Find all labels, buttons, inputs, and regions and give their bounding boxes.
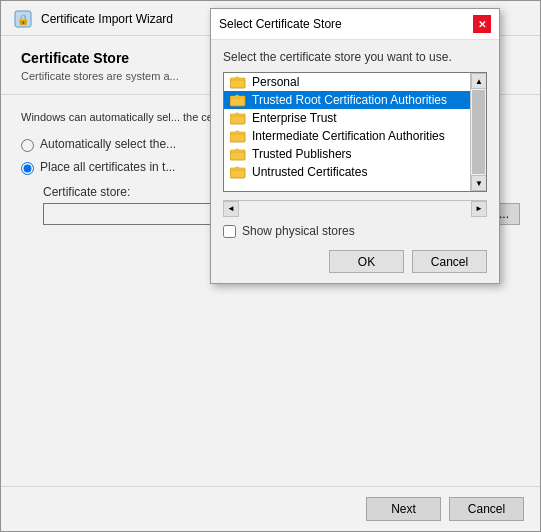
dialog-titlebar: Select Certificate Store ✕: [211, 9, 499, 40]
store-item-name: Trusted Publishers: [252, 147, 352, 161]
store-list-container: Personal Trusted Root Certification Auth…: [223, 72, 487, 192]
hscroll-right-button[interactable]: ►: [471, 201, 487, 217]
store-list-item[interactable]: Enterprise Trust: [224, 109, 470, 127]
svg-rect-2: [230, 79, 245, 88]
svg-rect-5: [230, 133, 245, 142]
svg-rect-6: [230, 151, 245, 160]
select-cert-store-dialog: Select Certificate Store ✕ Select the ce…: [210, 8, 500, 284]
dialog-body: Select the certificate store you want to…: [211, 40, 499, 283]
dialog-instruction: Select the certificate store you want to…: [223, 50, 487, 64]
store-list-item[interactable]: Untrusted Certificates: [224, 163, 470, 181]
svg-rect-3: [230, 97, 245, 106]
hscroll-track: [239, 201, 471, 216]
show-physical-label: Show physical stores: [242, 224, 355, 238]
svg-rect-4: [230, 115, 245, 124]
dialog-ok-button[interactable]: OK: [329, 250, 404, 273]
show-physical-checkbox[interactable]: [223, 225, 236, 238]
store-list: Personal Trusted Root Certification Auth…: [224, 73, 470, 191]
scrollbar-thumb[interactable]: [472, 90, 485, 174]
store-list-item[interactable]: Trusted Publishers: [224, 145, 470, 163]
horizontal-scroll: ◄ ►: [223, 200, 487, 216]
store-list-item[interactable]: Intermediate Certification Authorities: [224, 127, 470, 145]
dialog-title: Select Certificate Store: [219, 17, 342, 31]
show-physical-row: Show physical stores: [223, 224, 487, 238]
hscroll-left-button[interactable]: ◄: [223, 201, 239, 217]
scroll-up-button[interactable]: ▲: [471, 73, 487, 89]
store-item-name: Personal: [252, 75, 299, 89]
store-item-name: Intermediate Certification Authorities: [252, 129, 445, 143]
dialog-cancel-button[interactable]: Cancel: [412, 250, 487, 273]
store-list-item[interactable]: Personal: [224, 73, 470, 91]
store-list-item[interactable]: Trusted Root Certification Authorities: [224, 91, 470, 109]
scroll-down-button[interactable]: ▼: [471, 175, 487, 191]
store-item-name: Enterprise Trust: [252, 111, 337, 125]
dialog-buttons: OK Cancel: [223, 250, 487, 273]
scrollbar-track: ▲ ▼: [470, 73, 486, 191]
svg-rect-7: [230, 169, 245, 178]
modal-overlay: Select Certificate Store ✕ Select the ce…: [0, 0, 541, 532]
dialog-close-button[interactable]: ✕: [473, 15, 491, 33]
store-item-name: Untrusted Certificates: [252, 165, 367, 179]
store-item-name: Trusted Root Certification Authorities: [252, 93, 447, 107]
